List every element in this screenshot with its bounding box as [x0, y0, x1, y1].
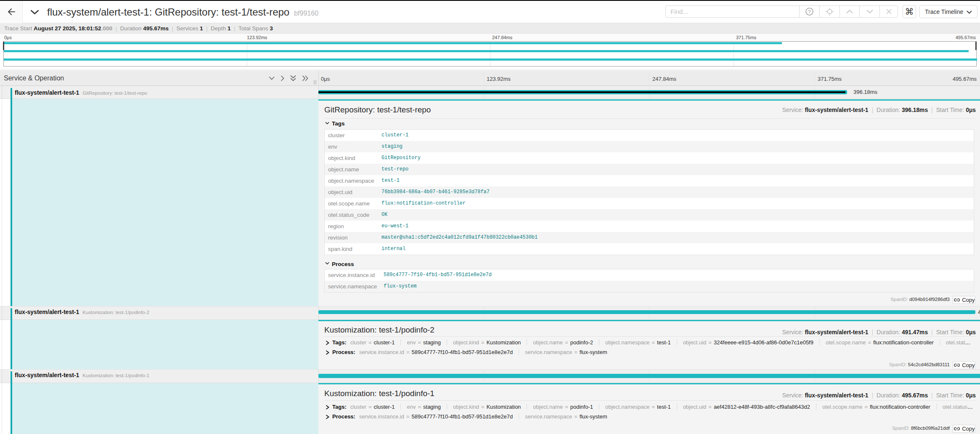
svg-text:?: ? [808, 9, 810, 14]
